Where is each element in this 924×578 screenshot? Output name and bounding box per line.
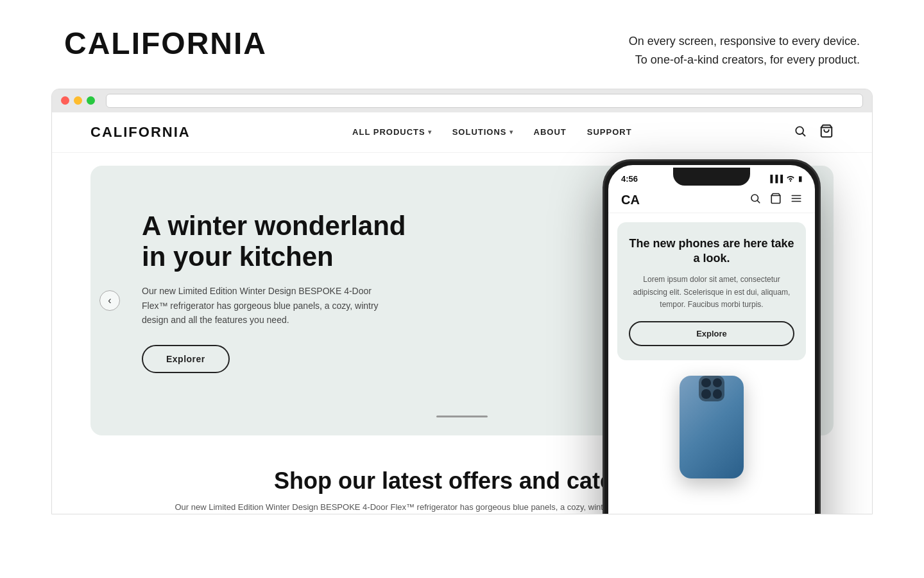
mini-lens-4 [713,389,723,399]
search-icon[interactable] [794,125,807,140]
nav-link-products-label: ALL PRODUCTS [352,127,425,137]
signal-icon: ▐▐▐ [768,175,783,182]
wifi-icon [786,174,795,183]
browser-titlebar [52,89,872,112]
phone-cart-icon[interactable] [770,193,782,207]
phone-nav-icons [749,193,802,207]
nav-link-about[interactable]: ABOUT [534,127,567,137]
mini-lens-2 [713,378,723,388]
cart-icon[interactable] [819,124,834,141]
hero-section: ‹ A winter wonderland in your kitchen Ou… [52,153,872,448]
tagline-line2: To one-of-a-kind creators, for every pro… [635,53,860,66]
browser-dot-yellow[interactable] [74,96,82,105]
nav-link-support-label: SUPPORT [587,127,632,137]
browser-mockup: CALIFORNIA ALL PRODUCTS ▾ SOLUTIONS ▾ AB… [51,89,873,515]
nav-link-products[interactable]: ALL PRODUCTS ▾ [352,127,432,137]
nav-link-support[interactable]: SUPPORT [587,127,632,137]
site-nav: CALIFORNIA ALL PRODUCTS ▾ SOLUTIONS ▾ AB… [52,112,872,153]
nav-links: ALL PRODUCTS ▾ SOLUTIONS ▾ ABOUT SUPPORT [352,127,632,137]
svg-line-1 [803,133,805,136]
phone-product-image-area [617,369,806,478]
browser-dot-red[interactable] [61,96,69,105]
phone-status-icons: ▐▐▐ ▮ [768,174,802,183]
hero-cta-button[interactable]: Explorer [142,345,230,373]
hero-text-area: A winter wonderland in your kitchen Our … [123,198,418,374]
svg-line-5 [757,201,759,203]
phone-notch [673,168,750,186]
nav-link-about-label: ABOUT [534,127,567,137]
phone-hero-title: The new phones are here take a look. [629,236,794,267]
site-logo: CALIFORNIA [90,124,191,141]
mini-phone-image [680,376,744,478]
nav-icons [794,124,834,141]
mini-lens-1 [701,378,711,388]
battery-icon: ▮ [798,175,802,183]
chevron-down-icon: ▾ [428,128,432,136]
mini-lens-3 [701,389,711,399]
nav-link-solutions-label: SOLUTIONS [452,127,507,137]
carousel-progress-indicator [436,416,488,417]
mini-phone-wrapper [680,369,744,478]
hero-description: Our new Limited Edition Winter Design BE… [142,284,398,327]
phone-hero-description: Lorem ipsum dolor sit amet, consectetur … [629,274,794,311]
phone-search-icon[interactable] [749,193,761,207]
chevron-down-icon: ▾ [509,128,513,136]
hero-title: A winter wonderland in your kitchen [142,211,418,273]
tagline-line1: On every screen, responsive to every dev… [629,35,860,48]
mini-camera [699,376,724,401]
phone-hero-cta-button[interactable]: Explore [629,321,794,346]
website-content: CALIFORNIA ALL PRODUCTS ▾ SOLUTIONS ▾ AB… [52,112,872,514]
phone-frame: 4:56 ▐▐▐ ▮ [603,159,821,515]
phone-screen: 4:56 ▐▐▐ ▮ [608,165,815,515]
top-header: CALIFORNIA On every screen, responsive t… [0,0,924,89]
mobile-phone-mockup: 4:56 ▐▐▐ ▮ [603,159,821,515]
phone-logo: CA [621,193,640,207]
phone-time: 4:56 [621,174,638,184]
phone-hero-card: The new phones are here take a look. Lor… [617,222,806,360]
browser-addressbar[interactable] [106,94,863,108]
browser-dot-green[interactable] [87,96,95,105]
nav-link-solutions[interactable]: SOLUTIONS ▾ [452,127,513,137]
phone-nav: CA [608,188,815,213]
phone-menu-icon[interactable] [791,193,802,207]
top-tagline: On every screen, responsive to every dev… [629,32,860,69]
carousel-prev-button[interactable]: ‹ [99,290,120,311]
svg-point-3 [790,180,791,182]
brand-logo-large: CALIFORNIA [64,26,267,61]
